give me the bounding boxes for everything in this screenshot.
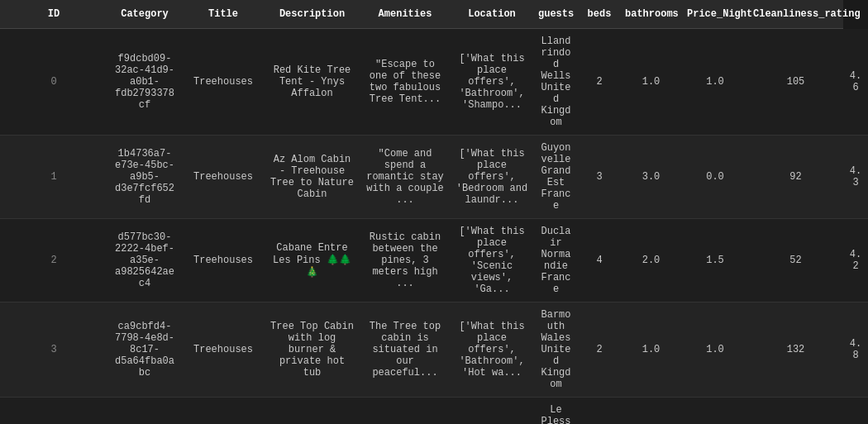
table-row: 3ca9cbfd4-7798-4e8d-8c17-d5a64fba0abcTre… (0, 303, 868, 398)
col-header-title: Title (182, 0, 265, 29)
cell-guests: 4 (579, 219, 620, 303)
cell-id: cfe479b9-c8f8-44af-9bc6-46ede9f14bb5 (107, 398, 182, 425)
cell-price: 143 (748, 398, 843, 425)
table-row: 11b4736a7-e73e-45bc-a9b5-d3e7fcf652fdTre… (0, 136, 868, 219)
cell-beds: 3.0 (620, 136, 682, 219)
cell-guests: 2 (579, 29, 620, 136)
cell-beds: 3.0 (620, 398, 682, 425)
cell-bathrooms: 1.0 (682, 398, 748, 425)
cell-description: "Come and spend a romantic stay with a c… (360, 136, 451, 219)
cell-index: 3 (0, 303, 107, 398)
cell-price: 92 (748, 136, 843, 219)
cell-amenities: ['What this place offers', 'Bathroom', '… (451, 29, 533, 136)
cell-category: Treehouses (182, 29, 265, 136)
cell-cleanliness: 4.3 (843, 136, 868, 219)
cell-location: Llandrindod Wells United Kingdom (533, 29, 579, 136)
cell-description: Rustic cabin between the pines, 3 meters… (360, 219, 451, 303)
cell-title: Treehouse near Paris Disney (265, 398, 360, 425)
cell-bathrooms: 1.0 (682, 303, 748, 398)
cell-cleanliness: 4.6 (843, 29, 868, 136)
cell-amenities: ['What this place offers', 'Bedroom and … (451, 136, 533, 219)
cell-description: "Escape to one of these two fabulous Tre… (360, 29, 451, 136)
cell-index: 2 (0, 219, 107, 303)
cell-title: Az Alom Cabin - Treehouse Tree to Nature… (265, 136, 360, 219)
cell-category: Treehouses (182, 219, 265, 303)
col-header-description: Description (265, 0, 360, 29)
cell-category: Treehouses (182, 136, 265, 219)
col-header-amenities: Amenities (360, 0, 451, 29)
cell-amenities: ['What this place offers', 'Bathroom', '… (451, 303, 533, 398)
cell-index: 1 (0, 136, 107, 219)
cell-description: Charming cabin nestled in the leaves, re… (360, 398, 451, 425)
cell-location: Duclair Normandie France (533, 219, 579, 303)
cell-amenities: ['What this place offers', 'Scenic views… (451, 219, 533, 303)
cell-price: 105 (748, 29, 843, 136)
cell-title: Cabane Entre Les Pins 🌲🌲🎄 (265, 219, 360, 303)
cell-id: 1b4736a7-e73e-45bc-a9b5-d3e7fcf652fd (107, 136, 182, 219)
table-row: 0f9dcbd09-32ac-41d9-a0b1-fdb2793378cfTre… (0, 29, 868, 136)
cell-guests: 4 (579, 398, 620, 425)
cell-cleanliness: 4.2 (843, 219, 868, 303)
cell-price: 52 (748, 219, 843, 303)
cell-beds: 1.0 (620, 29, 682, 136)
col-header-guests: guests (533, 0, 579, 29)
table-header: ID Category Title Description Amenities … (0, 0, 868, 29)
table-row: 4cfe479b9-c8f8-44af-9bc6-46ede9f14bb5Tre… (0, 398, 868, 425)
col-header-beds: beds (579, 0, 620, 29)
cell-beds: 2.0 (620, 219, 682, 303)
cell-amenities: ['What this place offers', 'Bathroom', '… (451, 398, 533, 425)
cell-location: Barmouth Wales United Kingdom (533, 303, 579, 398)
cell-index: 0 (0, 29, 107, 136)
cell-guests: 3 (579, 136, 620, 219)
cell-cleanliness: 4.8 (843, 303, 868, 398)
cell-id: f9dcbd09-32ac-41d9-a0b1-fdb2793378cf (107, 29, 182, 136)
cell-title: Red Kite Tree Tent - Ynys Affalon (265, 29, 360, 136)
table-row: 2d577bc30-2222-4bef-a35e-a9825642aec4Tre… (0, 219, 868, 303)
col-header-id: ID (0, 0, 107, 29)
cell-location: Guyonvelle Grand Est France (533, 136, 579, 219)
cell-price: 132 (748, 303, 843, 398)
cell-title: Tree Top Cabin with log burner & private… (265, 303, 360, 398)
cell-index: 4 (0, 398, 107, 425)
col-header-category: Category (107, 0, 182, 29)
col-header-cleanliness: Cleanliness_rating (748, 0, 843, 29)
cell-category: Treehouses (182, 398, 265, 425)
cell-description: The Tree top cabin is situated in our pe… (360, 303, 451, 398)
cell-guests: 2 (579, 303, 620, 398)
cell-id: ca9cbfd4-7798-4e8d-8c17-d5a64fba0abc (107, 303, 182, 398)
cell-bathrooms: 0.0 (682, 136, 748, 219)
col-header-bathrooms: bathrooms (620, 0, 682, 29)
col-header-price: Price_Night (682, 0, 748, 29)
col-header-location: Location (451, 0, 533, 29)
cell-category: Treehouses (182, 303, 265, 398)
cell-beds: 1.0 (620, 303, 682, 398)
cell-location: Le Plessis-Feu-Aussoux Île-de-France Fra… (533, 398, 579, 425)
cell-cleanliness: 5.0 (843, 398, 868, 425)
cell-id: d577bc30-2222-4bef-a35e-a9825642aec4 (107, 219, 182, 303)
cell-bathrooms: 1.0 (682, 29, 748, 136)
cell-bathrooms: 1.5 (682, 219, 748, 303)
